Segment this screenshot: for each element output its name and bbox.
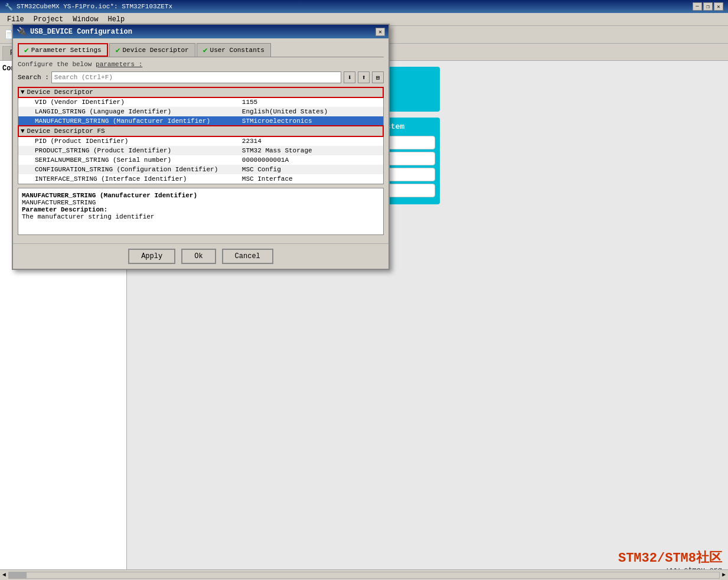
- dialog-description: Configure the below parameters :: [18, 61, 384, 68]
- search-input[interactable]: [51, 71, 341, 83]
- scroll-left-icon[interactable]: ◄: [2, 572, 6, 578]
- section2-title: Device Descriptor FS: [27, 128, 105, 135]
- info-title: MANUFACTURER_STRING (Manufacturer Identi…: [22, 192, 380, 199]
- dialog-title-bar: 🔌 USB_DEVICE Configuration ✕: [13, 25, 389, 38]
- restore-button[interactable]: ❐: [703, 2, 713, 11]
- params-tab-label: Parameter Settings: [31, 47, 102, 54]
- table-row-selected[interactable]: MANUFACTURER_STRING (Manufacturer Identi…: [18, 116, 383, 126]
- constants-check-icon: ✔: [203, 45, 208, 55]
- table-row[interactable]: PID (Product IDentifier) 22314: [18, 136, 383, 146]
- section1-table: VID (Vendor IDentifier) 1155 LANGID_STRI…: [18, 97, 383, 126]
- search-bar: Search : ⬇ ⬆ ⊞: [18, 71, 384, 83]
- table-row[interactable]: PRODUCT_STRING (Product Identifier) STM3…: [18, 146, 383, 155]
- title-bar: 🔧 STM32CubeMX YS-F1Pro.ioc*: STM32F103ZE…: [0, 0, 728, 13]
- dialog-tab-constants[interactable]: ✔ User Constants: [197, 43, 271, 57]
- constants-tab-label: User Constants: [210, 47, 265, 54]
- close-button[interactable]: ✕: [714, 2, 723, 11]
- window-title: STM32CubeMX YS-F1Pro.ioc*: STM32F103ZETx: [17, 3, 693, 10]
- usb-device-dialog: 🔌 USB_DEVICE Configuration ✕ ✔ Parameter…: [12, 24, 390, 270]
- bottom-bar: ◄ ►: [0, 569, 728, 580]
- horizontal-scrollbar[interactable]: [8, 572, 720, 579]
- search-prev-button[interactable]: ⬆: [358, 71, 370, 83]
- section1-toggle[interactable]: ▼: [21, 89, 25, 96]
- params-check-icon: ✔: [24, 45, 29, 55]
- apply-button[interactable]: Apply: [128, 249, 175, 264]
- section1-title: Device Descriptor: [27, 89, 93, 96]
- scroll-right-icon[interactable]: ►: [722, 572, 726, 578]
- dialog-tab-descriptor[interactable]: ✔ Device Descriptor: [109, 43, 195, 57]
- table-row[interactable]: CONFIGURATION_STRING (Configuration Iden…: [18, 165, 383, 174]
- param-table-container: ▼ Device Descriptor VID (Vendor IDentifi…: [18, 87, 384, 184]
- scrollbar-thumb[interactable]: [9, 572, 27, 578]
- dialog-content: ✔ Parameter Settings ✔ Device Descriptor…: [13, 38, 389, 240]
- info-name: MANUFACTURER_STRING: [22, 199, 380, 206]
- menu-file[interactable]: File: [2, 14, 29, 25]
- dialog-title: USB_DEVICE Configuration: [30, 28, 376, 36]
- section2-toggle[interactable]: ▼: [21, 128, 25, 135]
- minimize-button[interactable]: ─: [693, 2, 702, 11]
- table-row[interactable]: VID (Vendor IDentifier) 1155: [18, 97, 383, 107]
- dialog-close-button[interactable]: ✕: [376, 28, 385, 36]
- device-descriptor-fs-section-header[interactable]: ▼ Device Descriptor FS: [18, 126, 383, 136]
- descriptor-tab-label: Device Descriptor: [122, 47, 188, 54]
- dialog-tab-params[interactable]: ✔ Parameter Settings: [18, 43, 108, 57]
- search-next-button[interactable]: ⬇: [344, 71, 355, 83]
- table-row[interactable]: SERIALNUMBER_STRING (Serial number) 0000…: [18, 155, 383, 165]
- dialog-buttons: Apply Ok Cancel: [13, 243, 389, 269]
- info-desc-label: Parameter Description:: [22, 206, 380, 213]
- grid-view-button[interactable]: ⊞: [372, 71, 384, 83]
- descriptor-check-icon: ✔: [116, 45, 120, 55]
- section2-table: PID (Product IDentifier) 22314 PRODUCT_S…: [18, 136, 383, 184]
- ok-button[interactable]: Ok: [181, 249, 216, 264]
- menu-help[interactable]: Help: [103, 14, 129, 25]
- app-icon: 🔧: [5, 3, 13, 11]
- device-descriptor-section-header[interactable]: ▼ Device Descriptor: [18, 87, 383, 97]
- dialog-tabs: ✔ Parameter Settings ✔ Device Descriptor…: [18, 43, 384, 57]
- table-row[interactable]: INTERFACE_STRING (Interface Identifier) …: [18, 174, 383, 184]
- search-label: Search :: [18, 74, 49, 81]
- cancel-button[interactable]: Cancel: [222, 249, 273, 264]
- info-panel: MANUFACTURER_STRING (Manufacturer Identi…: [18, 188, 384, 235]
- menu-project[interactable]: Project: [29, 14, 68, 25]
- menu-window[interactable]: Window: [68, 14, 103, 25]
- table-row[interactable]: LANGID_STRING (Language Identifier) Engl…: [18, 107, 383, 116]
- dialog-icon: 🔌: [17, 27, 27, 37]
- watermark-main: STM32/STM8社区: [618, 549, 722, 566]
- info-desc: The manufacturer string identifier: [22, 213, 380, 220]
